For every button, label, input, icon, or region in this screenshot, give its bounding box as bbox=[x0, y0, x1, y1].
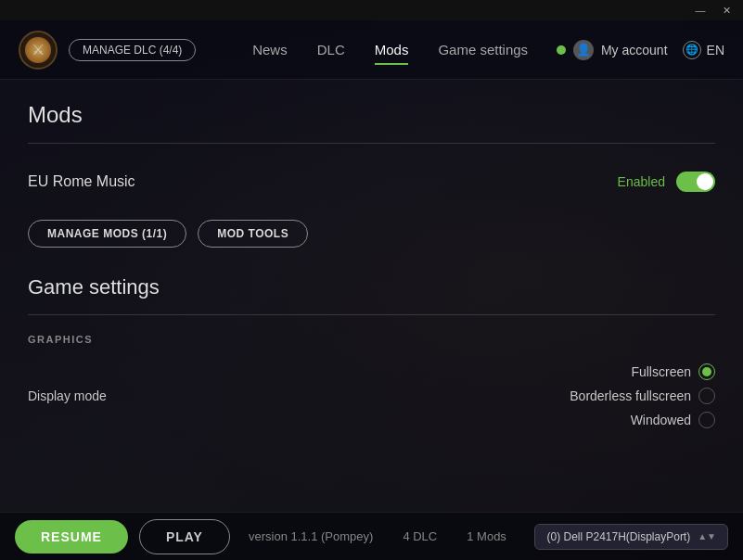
language-button[interactable]: 🌐 EN bbox=[683, 41, 724, 59]
minimize-button[interactable]: — bbox=[687, 2, 713, 19]
main-content: Mods EU Rome Music Enabled MANAGE MODS (… bbox=[0, 80, 743, 512]
close-button[interactable]: ✕ bbox=[713, 2, 739, 19]
nav-dlc[interactable]: DLC bbox=[317, 38, 345, 61]
option-windowed[interactable]: Windowed bbox=[631, 412, 715, 428]
nav-links: News DLC Mods Game settings bbox=[224, 38, 557, 61]
lang-label: EN bbox=[707, 43, 724, 57]
app-container: ⚔ MANAGE DLC (4/4) News DLC Mods Game se… bbox=[0, 20, 743, 560]
mods-divider bbox=[28, 143, 715, 144]
windowed-label: Windowed bbox=[631, 413, 691, 427]
display-mode-options: Fullscreen Borderless fullscreen Windowe… bbox=[570, 363, 715, 428]
mod-name: EU Rome Music bbox=[28, 173, 135, 190]
game-settings-divider bbox=[28, 314, 715, 315]
mods-section-title: Mods bbox=[28, 102, 715, 128]
nav-mods[interactable]: Mods bbox=[375, 38, 409, 61]
logo: ⚔ bbox=[19, 31, 58, 70]
windowed-radio[interactable] bbox=[698, 412, 715, 428]
version-text: version 1.1.1 (Pompey) bbox=[249, 529, 373, 543]
manage-mods-button[interactable]: MANAGE MODS (1/1) bbox=[28, 220, 186, 248]
mod-toggle[interactable] bbox=[676, 172, 715, 192]
globe-icon: 🌐 bbox=[683, 41, 701, 59]
nav-game-settings[interactable]: Game settings bbox=[438, 38, 528, 61]
my-account-button[interactable]: 👤 My account bbox=[557, 40, 668, 60]
logo-inner: ⚔ bbox=[25, 37, 51, 63]
display-mode-row: Display mode Fullscreen Borderless fulls… bbox=[28, 358, 715, 434]
display-device-label: (0) Dell P2417H(DisplayPort) bbox=[546, 530, 690, 543]
dlc-count: 4 DLC bbox=[403, 529, 437, 543]
online-status-dot bbox=[557, 45, 566, 55]
version-info: version 1.1.1 (Pompey) 4 DLC 1 Mods bbox=[241, 529, 524, 543]
option-borderless[interactable]: Borderless fullscreen bbox=[570, 388, 715, 404]
fullscreen-label: Fullscreen bbox=[631, 364, 691, 379]
mod-right: Enabled bbox=[618, 172, 715, 192]
bottom-bar: RESUME PLAY version 1.1.1 (Pompey) 4 DLC… bbox=[0, 512, 743, 560]
mod-status-label: Enabled bbox=[618, 174, 665, 189]
display-selector[interactable]: (0) Dell P2417H(DisplayPort) ▲▼ bbox=[534, 524, 728, 550]
borderless-radio[interactable] bbox=[698, 388, 715, 404]
play-button[interactable]: PLAY bbox=[139, 519, 230, 554]
graphics-group-label: GRAPHICS bbox=[28, 334, 715, 345]
mod-buttons-row: MANAGE MODS (1/1) MOD TOOLS bbox=[28, 220, 715, 248]
manage-dlc-button[interactable]: MANAGE DLC (4/4) bbox=[69, 39, 196, 61]
chevron-down-icon: ▲▼ bbox=[698, 531, 716, 541]
account-avatar: 👤 bbox=[573, 40, 594, 60]
mod-item: EU Rome Music Enabled bbox=[28, 162, 715, 201]
display-mode-label: Display mode bbox=[28, 388, 107, 403]
title-bar: — ✕ bbox=[0, 0, 743, 20]
game-settings-section-title: Game settings bbox=[28, 275, 715, 299]
my-account-label: My account bbox=[601, 43, 668, 57]
option-fullscreen[interactable]: Fullscreen bbox=[631, 363, 715, 380]
mod-tools-button[interactable]: MOD TOOLS bbox=[198, 220, 308, 248]
borderless-label: Borderless fullscreen bbox=[570, 388, 691, 403]
header: ⚔ MANAGE DLC (4/4) News DLC Mods Game se… bbox=[0, 20, 743, 80]
resume-button[interactable]: RESUME bbox=[15, 520, 128, 554]
header-right: 👤 My account 🌐 EN bbox=[557, 40, 724, 60]
fullscreen-radio[interactable] bbox=[698, 363, 715, 380]
nav-news[interactable]: News bbox=[252, 38, 288, 61]
fullscreen-radio-dot bbox=[702, 367, 711, 376]
toggle-knob bbox=[697, 173, 713, 190]
mods-count: 1 Mods bbox=[467, 529, 506, 543]
